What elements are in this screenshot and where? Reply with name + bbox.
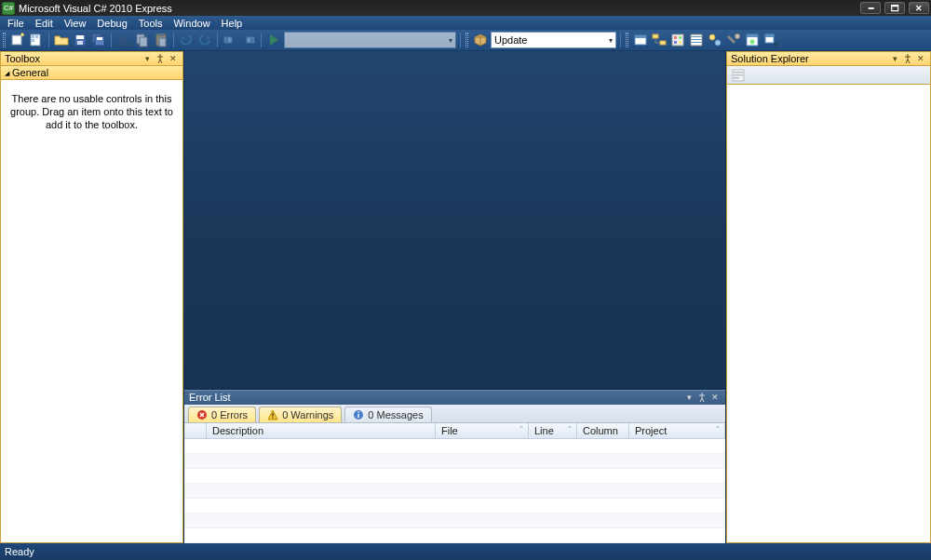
undo-button[interactable] (178, 32, 195, 48)
menu-tools[interactable]: Tools (133, 18, 169, 29)
solution-explorer-title: Solution Explorer (731, 53, 809, 64)
error-list-header[interactable]: Error List ▾ ✕ (184, 390, 725, 405)
open-file-button[interactable] (53, 32, 70, 48)
menu-help[interactable]: Help (216, 18, 249, 29)
svg-point-1 (21, 33, 24, 36)
svg-rect-7 (76, 35, 84, 39)
add-item-icon (29, 33, 44, 47)
svg-rect-20 (247, 37, 254, 43)
object-browser-icon (708, 33, 722, 47)
menu-file[interactable]: File (2, 18, 30, 29)
toolbar-grip[interactable] (3, 33, 6, 47)
table-row (184, 528, 725, 543)
svg-rect-5 (32, 39, 34, 42)
svg-rect-43 (273, 413, 274, 417)
add-item-button[interactable] (28, 32, 45, 48)
sort-indicator-icon: ⌃ (567, 425, 573, 433)
properties-icon (689, 33, 704, 47)
menu-debug[interactable]: Debug (91, 18, 132, 29)
package-icon (473, 33, 488, 47)
close-pane-icon[interactable]: ✕ (168, 53, 179, 64)
save-button[interactable] (72, 32, 88, 48)
menu-window[interactable]: Window (168, 18, 215, 29)
toolbox-header[interactable]: Toolbox ▾ ✕ (0, 51, 183, 66)
svg-rect-47 (358, 412, 359, 413)
svg-rect-46 (358, 414, 359, 418)
tb-misc-5[interactable] (707, 32, 723, 48)
cut-button[interactable] (115, 32, 132, 48)
solex-properties-button[interactable] (730, 67, 747, 84)
col-file[interactable]: File⌃ (436, 423, 529, 438)
toolbox-body: General There are no usable controls in … (0, 66, 183, 543)
tab-messages[interactable]: 0 Messages (344, 407, 431, 423)
play-icon (266, 33, 281, 47)
table-row (184, 513, 725, 528)
pin-icon[interactable] (902, 53, 913, 64)
menu-view[interactable]: View (59, 18, 92, 29)
tb-misc-2[interactable] (651, 32, 668, 48)
start-debug-button[interactable] (265, 32, 282, 48)
properties-icon (731, 68, 746, 83)
navigate-back-button[interactable] (222, 32, 238, 48)
toolbar-grip-3[interactable] (626, 33, 628, 47)
col-project[interactable]: Project⌃ (629, 423, 725, 438)
redo-button[interactable] (196, 32, 213, 48)
col-line[interactable]: Line⌃ (529, 423, 577, 438)
maximize-button[interactable]: 🗖 (884, 2, 905, 14)
undo-icon (179, 33, 194, 47)
document-area (184, 51, 725, 389)
tb-misc-1[interactable] (632, 32, 649, 48)
find-combo[interactable]: Update ▾ (491, 32, 616, 48)
table-row (184, 454, 725, 469)
error-list-column-headers: Description File⌃ Line⌃ Column Project⌃ (184, 423, 725, 439)
toolbox-category-general[interactable]: General (1, 66, 182, 80)
close-button[interactable]: ✕ (909, 2, 929, 14)
paste-button[interactable] (153, 32, 169, 48)
tb-misc-3[interactable] (669, 32, 686, 48)
svg-rect-4 (35, 35, 38, 38)
new-project-button[interactable] (9, 32, 26, 48)
toolbar-grip-2[interactable] (466, 33, 468, 47)
solution-explorer-header[interactable]: Solution Explorer ▾ ✕ (726, 51, 931, 66)
save-all-button[interactable] (90, 32, 107, 48)
tb-misc-7[interactable] (744, 32, 761, 48)
col-description[interactable]: Description (207, 423, 436, 438)
table-row (184, 439, 725, 454)
close-pane-icon[interactable]: ✕ (915, 53, 926, 64)
col-icon[interactable] (184, 423, 207, 438)
navigate-fwd-button[interactable] (240, 32, 257, 48)
error-list-tabs: 0 Errors 0 Warnings 0 Messages (184, 405, 725, 424)
configuration-combo[interactable]: ▾ (284, 32, 456, 48)
tb-misc-8-dd[interactable] (762, 32, 779, 48)
toolbox-panel: Toolbox ▾ ✕ General There are no usable … (0, 51, 184, 543)
solution-explorer-dropdown-icon[interactable]: ▾ (889, 53, 900, 64)
status-text: Ready (5, 546, 34, 557)
close-pane-icon[interactable]: ✕ (709, 392, 721, 403)
svg-rect-28 (674, 41, 677, 44)
tab-warnings-label: 0 Warnings (282, 409, 333, 420)
sort-indicator-icon: ⌃ (519, 425, 524, 433)
tb-misc-4[interactable] (688, 32, 705, 48)
tab-warnings[interactable]: 0 Warnings (259, 407, 342, 423)
windows-dd-icon (763, 33, 778, 47)
svg-rect-2 (31, 34, 40, 46)
menu-edit[interactable]: Edit (30, 18, 59, 29)
error-list-dropdown-icon[interactable]: ▾ (683, 392, 695, 403)
solution-explorer-body (726, 85, 931, 543)
error-list-panel: Error List ▾ ✕ 0 Errors 0 Warnings (184, 389, 725, 543)
pin-icon[interactable] (696, 392, 708, 403)
svg-rect-6 (74, 34, 86, 46)
window-title: Microsoft Visual C# 2010 Express (19, 3, 172, 14)
tab-errors[interactable]: 0 Errors (188, 407, 256, 423)
pin-icon[interactable] (155, 53, 166, 64)
toolbox-dropdown-icon[interactable]: ▾ (142, 53, 153, 64)
tb-misc-6[interactable] (725, 32, 742, 48)
svg-rect-21 (635, 35, 646, 45)
col-column[interactable]: Column (577, 423, 629, 438)
extension-manager-button[interactable] (472, 32, 489, 48)
copy-button[interactable] (134, 32, 151, 48)
svg-point-34 (709, 34, 715, 40)
error-icon (196, 409, 208, 420)
minimize-button[interactable]: ━ (860, 2, 881, 14)
col-line-label: Line (534, 425, 554, 436)
